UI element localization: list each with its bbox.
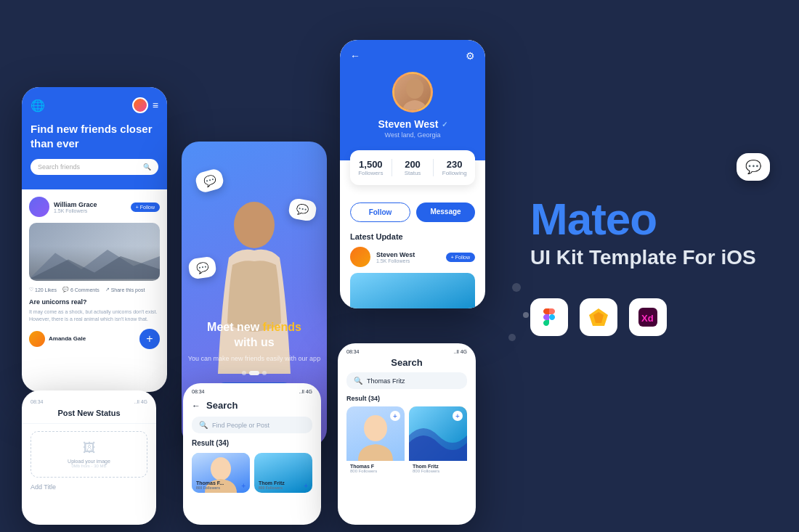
brand-subtitle: UI Kit Template For iOS: [530, 246, 777, 269]
back-arrow-icon[interactable]: ←: [192, 401, 200, 411]
profile-avatar: [392, 72, 433, 112]
result1-sub: 800 Followers: [196, 486, 224, 490]
results-count-row: Result (34): [183, 439, 321, 447]
post-title: Are unicorns real?: [29, 298, 160, 306]
svg-point-5: [364, 415, 387, 441]
brand-section: 💬 Mateo UI Kit Template For iOS Xd: [530, 197, 777, 336]
dot-1: [242, 371, 246, 375]
result-thumb-2: Thom Fritz 800 Followers +: [254, 453, 312, 493]
followers-stat: 1,500 Followers: [350, 159, 392, 176]
profile-body: Follow Message Latest Update Steven West…: [340, 185, 485, 308]
profile-message-button[interactable]: Message: [416, 202, 475, 222]
search-icon: 🔍: [354, 377, 362, 385]
search-icon: 🔍: [143, 163, 151, 171]
person2-add-button[interactable]: +: [453, 411, 463, 421]
phone1-title: Find new friends closer than ever: [31, 122, 158, 150]
profile-name: Steven West: [378, 118, 439, 130]
person2-sub: 800 Followers: [413, 469, 463, 473]
person1-add-button[interactable]: +: [390, 411, 400, 421]
verified-badge: ✓: [442, 120, 447, 128]
upload-hint: 0Mb from - 30 MB: [40, 464, 138, 468]
person1-sub: 800 Followers: [350, 469, 401, 473]
user-name: William Grace: [54, 201, 126, 208]
update-avatar: [350, 247, 370, 267]
signal-indicator: ..ll 4G: [454, 349, 467, 354]
back-icon[interactable]: ←: [350, 50, 360, 62]
phone1-header: 🌐 ≡ Find new friends closer than ever Se…: [22, 87, 167, 189]
sketch-badge: [580, 298, 617, 336]
phone4-title: Post New Status: [31, 409, 147, 417]
profile-follow-button[interactable]: Follow: [350, 202, 410, 222]
header-avatar: [132, 97, 148, 113]
settings-icon[interactable]: ⚙: [466, 50, 475, 62]
person-card-2: + Thom Fritz 800 Followers: [409, 406, 467, 476]
profile-location: West land, Georgia: [350, 131, 475, 139]
upload-icon: 🖼: [40, 441, 138, 456]
update-follow-button[interactable]: + Follow: [446, 253, 475, 262]
decorative-dot-2: [508, 334, 516, 341]
latest-update-label: Latest Update: [350, 232, 475, 241]
decorative-dot-1: [512, 283, 521, 292]
search-value: Thomas Fritz: [367, 377, 405, 385]
phone-post-status: 08:34 ..ll 4G Post New Status 🖼 Upload y…: [22, 390, 156, 525]
result-thumb-1: Thomas F... 800 Followers +: [192, 453, 250, 493]
upload-box[interactable]: 🖼 Upload your image 0Mb from - 30 MB: [31, 431, 147, 478]
result1-name: Thomas F...: [196, 480, 224, 486]
svg-point-2: [234, 202, 275, 248]
update-image: [350, 273, 475, 308]
signal-icon: ..ll 4G: [134, 399, 147, 404]
user-followers: 1.5K Followers: [54, 208, 126, 213]
result2-name: Thom Fritz: [259, 480, 285, 486]
xd-badge: Xd: [629, 298, 667, 336]
figma-badge: [530, 298, 568, 336]
following-stat: 230 Following: [434, 159, 475, 176]
post-actions: ♡ 120 Likes 💬 6 Comments ↗ Share this po…: [29, 287, 160, 292]
phone6-status-bar: 08:34 ..ll 4G: [338, 343, 476, 357]
time-label: 08:34: [31, 399, 44, 404]
menu-icon[interactable]: ≡: [153, 99, 158, 111]
svg-point-3: [406, 78, 423, 99]
search-placeholder-text: Find People or Post: [212, 422, 269, 429]
result2-add-button[interactable]: +: [304, 482, 308, 490]
result2-sub: 800 Followers: [259, 486, 285, 490]
phone-search-results: 08:34 ..ll 4G Search 🔍 Thomas Fritz Resu…: [338, 343, 476, 525]
phone5-status-bar: 08:34 ..ll 4G: [183, 383, 321, 397]
svg-text:Xd: Xd: [641, 313, 654, 324]
phone-search-empty: 08:34 ..ll 4G ← Search 🔍 Find People or …: [183, 383, 321, 525]
phone1-bottom: Amanda Gale +: [22, 323, 167, 355]
bottom-user-name: Amanda Gale: [49, 335, 86, 342]
result-persons-grid: + Thomas F 800 Followers: [338, 406, 476, 482]
results-count-label: Result (34): [338, 395, 476, 406]
results-count: Result (34): [192, 439, 229, 447]
headline-part2: with us: [234, 336, 274, 348]
chat-bubble-1: 💬: [194, 168, 225, 195]
status-stat: 200 Status: [392, 159, 434, 176]
phone1-body: William Grace 1.5K Followers + Follow ♡ …: [22, 189, 167, 323]
search-title: Search: [206, 400, 238, 411]
result1-add-button[interactable]: +: [241, 482, 246, 490]
person2-name: Thom Fritz: [413, 464, 463, 469]
phone2-subtext: You can make new friends easily with our…: [182, 355, 327, 362]
signal-indicator: ..ll 4G: [299, 389, 312, 394]
upload-text: Upload your image: [40, 459, 138, 464]
person-card-1: + Thomas F 800 Followers: [346, 406, 405, 476]
bottom-user-avatar: [29, 331, 45, 347]
latest-update-row: Steven West 1.5K Followers + Follow: [350, 247, 475, 267]
post-text: It may come as a shock, but actually uni…: [29, 308, 160, 323]
person1-name: Thomas F: [350, 464, 401, 469]
profile-info: Steven West ✓ West land, Georgia: [350, 72, 475, 139]
search-placeholder: Search friends: [38, 163, 80, 171]
phone1-search-bar[interactable]: Search friends 🔍: [31, 159, 158, 175]
headline-part1: Meet new: [207, 321, 262, 333]
search-result-grid: Thomas F... 800 Followers + Thom Fritz 8…: [183, 447, 321, 499]
fab-button[interactable]: +: [139, 329, 160, 349]
follow-button[interactable]: + Follow: [131, 202, 160, 212]
search-input-box[interactable]: 🔍 Thomas Fritz: [346, 372, 467, 389]
search-input-box[interactable]: 🔍 Find People or Post: [192, 417, 312, 433]
search-icon: 🔍: [199, 421, 208, 429]
profile-header: ← ⚙ Steven West ✓ West land, Georgia: [340, 40, 485, 160]
phone-find-friends: 🌐 ≡ Find new friends closer than ever Se…: [22, 87, 167, 392]
time-label: 08:34: [192, 389, 205, 394]
user-avatar: [29, 197, 49, 217]
decorative-dot-3: [523, 312, 529, 318]
